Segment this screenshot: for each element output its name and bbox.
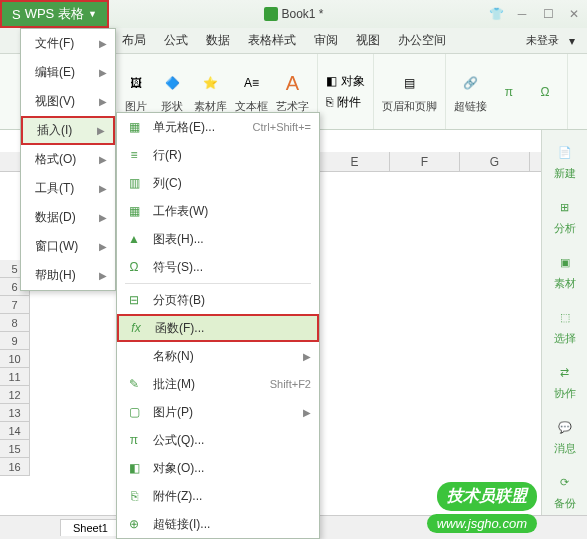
side-new[interactable]: 📄新建 bbox=[553, 140, 577, 181]
submenu-name[interactable]: 名称(N)▶ bbox=[117, 342, 319, 370]
submenu-sheet[interactable]: ▦工作表(W) bbox=[117, 197, 319, 225]
menu-window[interactable]: 窗口(W)▶ bbox=[21, 232, 115, 261]
row-header[interactable]: 9 bbox=[0, 332, 30, 350]
submenu-picture[interactable]: ▢图片(P)▶ bbox=[117, 398, 319, 426]
menu-view[interactable]: 视图(V)▶ bbox=[21, 87, 115, 116]
picture-button[interactable]: 🖼图片 bbox=[122, 69, 150, 114]
submenu-comment[interactable]: ✎批注(M)Shift+F2 bbox=[117, 370, 319, 398]
hyperlink-button[interactable]: 🔗超链接 bbox=[454, 69, 487, 114]
equation-button[interactable]: π bbox=[495, 78, 523, 106]
window-controls: 👕 ─ ☐ ✕ bbox=[487, 7, 583, 21]
omega-icon: Ω bbox=[531, 78, 559, 106]
object-button[interactable]: ◧对象 bbox=[326, 73, 365, 90]
submenu-function[interactable]: fx函数(F)... bbox=[117, 314, 319, 342]
symbol-button[interactable]: Ω bbox=[531, 78, 559, 106]
row-header[interactable]: 11 bbox=[0, 368, 30, 386]
submenu-hyperlink[interactable]: ⊕超链接(I)... bbox=[117, 510, 319, 538]
row-header[interactable]: 16 bbox=[0, 458, 30, 476]
menu-data[interactable]: 数据(D)▶ bbox=[21, 203, 115, 232]
chevron-right-icon: ▶ bbox=[99, 96, 107, 107]
side-select[interactable]: ⬚选择 bbox=[553, 305, 577, 346]
tab-formula[interactable]: 公式 bbox=[156, 28, 196, 53]
menu-format[interactable]: 格式(O)▶ bbox=[21, 145, 115, 174]
row-icon: ≡ bbox=[125, 148, 143, 162]
header-footer-button[interactable]: ▤页眉和页脚 bbox=[382, 69, 437, 114]
side-analyze[interactable]: ⊞分析 bbox=[553, 195, 577, 236]
sheet-tab-active[interactable]: Sheet1 bbox=[60, 519, 121, 536]
maximize-button[interactable]: ☐ bbox=[539, 7, 557, 21]
formula-icon: π bbox=[125, 433, 143, 447]
chevron-right-icon: ▶ bbox=[303, 351, 311, 362]
col-header-f[interactable]: F bbox=[390, 152, 460, 171]
tab-office-space[interactable]: 办公空间 bbox=[390, 28, 454, 53]
side-collab[interactable]: ⇄协作 bbox=[553, 360, 577, 401]
shape-icon: 🔷 bbox=[158, 69, 186, 97]
wps-app-button[interactable]: S WPS 表格 ▼ bbox=[0, 0, 109, 28]
side-panel: 📄新建 ⊞分析 ▣素材 ⬚选择 ⇄协作 💬消息 ⟳备份 bbox=[541, 130, 587, 515]
column-icon: ▥ bbox=[125, 176, 143, 190]
col-header-e[interactable]: E bbox=[320, 152, 390, 171]
close-button[interactable]: ✕ bbox=[565, 7, 583, 21]
submenu-symbol[interactable]: Ω符号(S)... bbox=[117, 253, 319, 281]
object-icon: ◧ bbox=[326, 74, 337, 88]
chart-icon: ▲ bbox=[125, 232, 143, 246]
hyperlink-icon: ⊕ bbox=[125, 517, 143, 531]
menu-insert[interactable]: 插入(I)▶ bbox=[21, 116, 115, 145]
backup-icon: ⟳ bbox=[553, 470, 577, 494]
row-header[interactable]: 8 bbox=[0, 314, 30, 332]
tab-table-style[interactable]: 表格样式 bbox=[240, 28, 304, 53]
header-footer-icon: ▤ bbox=[396, 69, 424, 97]
row-header[interactable]: 14 bbox=[0, 422, 30, 440]
submenu-row[interactable]: ≡行(R) bbox=[117, 141, 319, 169]
tab-review[interactable]: 审阅 bbox=[306, 28, 346, 53]
select-icon: ⬚ bbox=[553, 305, 577, 329]
attachment-button[interactable]: ⎘附件 bbox=[326, 94, 365, 111]
function-icon: fx bbox=[127, 321, 145, 335]
side-backup[interactable]: ⟳备份 bbox=[553, 470, 577, 511]
hyperlink-icon: 🔗 bbox=[457, 69, 485, 97]
tab-layout[interactable]: 布局 bbox=[114, 28, 154, 53]
tab-data[interactable]: 数据 bbox=[198, 28, 238, 53]
side-material[interactable]: ▣素材 bbox=[553, 250, 577, 291]
collab-icon: ⇄ bbox=[553, 360, 577, 384]
tab-view[interactable]: 视图 bbox=[348, 28, 388, 53]
wordart-button[interactable]: A艺术字 bbox=[276, 69, 309, 114]
col-header-g[interactable]: G bbox=[460, 152, 530, 171]
login-status[interactable]: 未登录 bbox=[518, 29, 567, 52]
shape-button[interactable]: 🔷形状 bbox=[158, 69, 186, 114]
menu-file[interactable]: 文件(F)▶ bbox=[21, 29, 115, 58]
ribbon-group-links: ◧对象 ⎘附件 bbox=[318, 54, 374, 129]
watermark-url: www.jsgho.com bbox=[427, 514, 537, 533]
minimize-button[interactable]: ─ bbox=[513, 7, 531, 21]
submenu-column[interactable]: ▥列(C) bbox=[117, 169, 319, 197]
submenu-chart[interactable]: ▲图表(H)... bbox=[117, 225, 319, 253]
row-header[interactable]: 13 bbox=[0, 404, 30, 422]
chevron-right-icon: ▶ bbox=[99, 38, 107, 49]
material-button[interactable]: ⭐素材库 bbox=[194, 69, 227, 114]
chevron-right-icon: ▶ bbox=[99, 270, 107, 281]
submenu-object[interactable]: ◧对象(O)... bbox=[117, 454, 319, 482]
picture-icon: ▢ bbox=[125, 405, 143, 419]
doc-icon bbox=[263, 7, 277, 21]
menu-tools[interactable]: 工具(T)▶ bbox=[21, 174, 115, 203]
side-message[interactable]: 💬消息 bbox=[553, 415, 577, 456]
row-header[interactable]: 15 bbox=[0, 440, 30, 458]
help-dropdown-icon[interactable]: ▾ bbox=[561, 30, 583, 52]
submenu-cells[interactable]: ▦单元格(E)...Ctrl+Shift+= bbox=[117, 113, 319, 141]
star-icon: ⭐ bbox=[197, 69, 225, 97]
submenu-formula[interactable]: π公式(Q)... bbox=[117, 426, 319, 454]
material-icon: ▣ bbox=[553, 250, 577, 274]
menu-help[interactable]: 帮助(H)▶ bbox=[21, 261, 115, 290]
row-header[interactable]: 12 bbox=[0, 386, 30, 404]
picture-icon: 🖼 bbox=[122, 69, 150, 97]
submenu-pagebreak[interactable]: ⊟分页符(B) bbox=[117, 286, 319, 314]
submenu-attachment[interactable]: ⎘附件(Z)... bbox=[117, 482, 319, 510]
ribbon-group-header-footer: ▤页眉和页脚 bbox=[374, 54, 446, 129]
menu-edit[interactable]: 编辑(E)▶ bbox=[21, 58, 115, 87]
chevron-down-icon: ▼ bbox=[88, 9, 97, 19]
doc-title-text: Book1 * bbox=[281, 7, 323, 21]
row-header[interactable]: 7 bbox=[0, 296, 30, 314]
skin-button[interactable]: 👕 bbox=[487, 7, 505, 21]
textbox-button[interactable]: A≡文本框 bbox=[235, 69, 268, 114]
row-header[interactable]: 10 bbox=[0, 350, 30, 368]
